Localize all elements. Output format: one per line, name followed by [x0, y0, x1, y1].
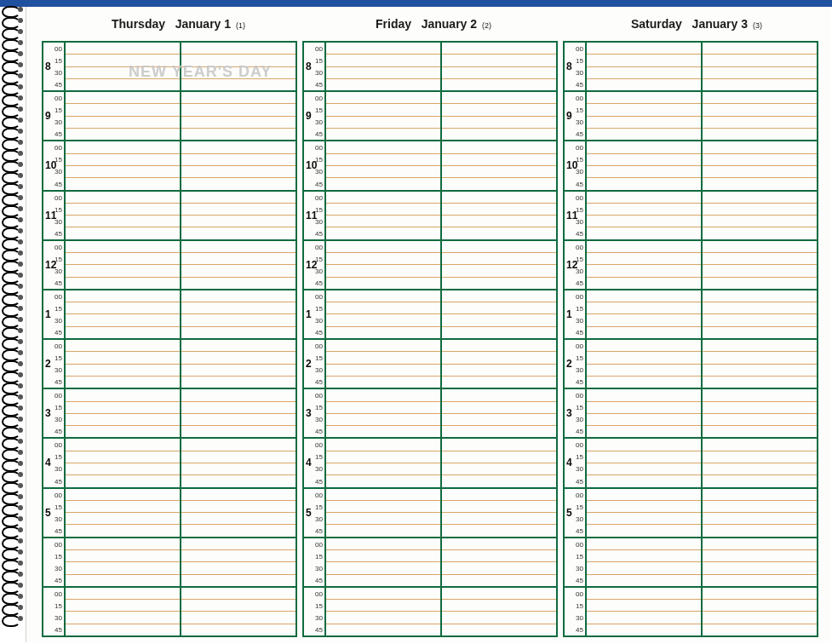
write-subcolumn[interactable]	[587, 389, 703, 437]
write-subcolumn[interactable]	[442, 588, 556, 635]
time-labels: 1100153045	[565, 192, 587, 239]
minute-label: 15	[576, 304, 583, 312]
write-subcolumn[interactable]	[587, 439, 703, 486]
write-subcolumn[interactable]	[442, 43, 556, 90]
write-subcolumn[interactable]	[703, 389, 817, 437]
minute-label: 30	[315, 217, 323, 225]
write-area	[326, 290, 556, 338]
write-subcolumn[interactable]	[703, 141, 817, 189]
write-subcolumn[interactable]	[703, 588, 817, 635]
write-subcolumn[interactable]	[181, 290, 296, 338]
write-subcolumn[interactable]	[66, 43, 181, 90]
write-subcolumn[interactable]	[326, 141, 442, 189]
write-subcolumn[interactable]	[442, 439, 556, 486]
write-subcolumn[interactable]	[326, 489, 442, 537]
minute-label: 30	[576, 69, 583, 77]
write-subcolumn[interactable]	[587, 92, 703, 140]
write-subcolumn[interactable]	[442, 92, 556, 140]
minute-label: 30	[315, 168, 323, 175]
minute-label: 45	[55, 279, 62, 286]
write-subcolumn[interactable]	[66, 588, 181, 635]
write-subcolumn[interactable]	[181, 192, 296, 239]
write-subcolumn[interactable]	[66, 192, 181, 239]
write-subcolumn[interactable]	[703, 92, 817, 140]
minute-label: 15	[315, 205, 323, 213]
write-subcolumn[interactable]	[703, 43, 817, 90]
write-subcolumn[interactable]	[587, 588, 703, 635]
write-subcolumn[interactable]	[181, 141, 296, 189]
write-subcolumn[interactable]	[66, 389, 181, 437]
write-subcolumn[interactable]	[66, 340, 181, 388]
minute-label: 00	[576, 95, 583, 102]
write-subcolumn[interactable]	[326, 538, 442, 586]
minute-label: 15	[576, 255, 583, 262]
write-area	[66, 439, 296, 486]
write-subcolumn[interactable]	[703, 538, 817, 586]
write-subcolumn[interactable]	[66, 241, 181, 289]
minute-label: 15	[315, 552, 323, 560]
write-subcolumn[interactable]	[587, 192, 703, 239]
write-subcolumn[interactable]	[587, 241, 703, 289]
minute-label: 15	[576, 354, 583, 362]
write-subcolumn[interactable]	[326, 588, 442, 635]
write-subcolumn[interactable]	[181, 489, 296, 537]
minute-label: 00	[315, 243, 323, 250]
write-subcolumn[interactable]	[442, 192, 556, 239]
write-subcolumn[interactable]	[326, 290, 442, 338]
write-subcolumn[interactable]	[442, 538, 556, 586]
minute-label: 30	[55, 416, 62, 423]
write-subcolumn[interactable]	[326, 389, 442, 437]
write-subcolumn[interactable]	[181, 340, 296, 388]
write-subcolumn[interactable]	[587, 141, 703, 189]
write-area	[66, 290, 296, 338]
write-subcolumn[interactable]	[587, 489, 703, 537]
write-subcolumn[interactable]	[326, 192, 442, 239]
write-subcolumn[interactable]	[66, 141, 181, 189]
write-subcolumn[interactable]	[66, 92, 181, 140]
write-subcolumn[interactable]	[587, 43, 703, 90]
write-subcolumn[interactable]	[66, 290, 181, 338]
time-labels: 800153045	[304, 43, 326, 90]
write-subcolumn[interactable]	[703, 241, 817, 289]
write-area	[66, 588, 296, 635]
write-subcolumn[interactable]	[181, 241, 296, 289]
minute-label: 45	[55, 130, 62, 138]
write-subcolumn[interactable]	[587, 538, 703, 586]
write-subcolumn[interactable]	[587, 290, 703, 338]
write-subcolumn[interactable]	[181, 389, 296, 437]
time-labels: 300153045	[565, 389, 587, 437]
schedule-grid: 800153045NEW YEAR'S DAY90015304510001530…	[42, 41, 818, 637]
hour-block: 00153045	[304, 588, 556, 635]
write-subcolumn[interactable]	[703, 489, 817, 537]
write-subcolumn[interactable]	[587, 340, 703, 388]
write-subcolumn[interactable]	[326, 43, 442, 90]
minute-label: 15	[55, 503, 62, 510]
write-subcolumn[interactable]	[442, 389, 556, 437]
write-subcolumn[interactable]	[442, 340, 556, 388]
planner-page: Thursday January 1(1)Friday January 2(2)…	[26, 7, 830, 642]
write-subcolumn[interactable]	[181, 588, 296, 635]
write-subcolumn[interactable]	[181, 92, 296, 140]
write-subcolumn[interactable]	[326, 340, 442, 388]
write-subcolumn[interactable]	[181, 43, 296, 90]
write-subcolumn[interactable]	[326, 439, 442, 486]
write-subcolumn[interactable]	[326, 241, 442, 289]
hour-block: 400153045	[565, 439, 817, 488]
write-subcolumn[interactable]	[66, 439, 181, 486]
write-subcolumn[interactable]	[442, 241, 556, 289]
write-subcolumn[interactable]	[703, 439, 817, 486]
write-subcolumn[interactable]	[442, 290, 556, 338]
write-subcolumn[interactable]	[442, 489, 556, 537]
write-subcolumn[interactable]	[181, 538, 296, 586]
minute-label: 15	[55, 255, 62, 262]
write-subcolumn[interactable]	[442, 141, 556, 189]
write-subcolumn[interactable]	[181, 439, 296, 486]
write-subcolumn[interactable]	[703, 340, 817, 388]
write-subcolumn[interactable]	[66, 489, 181, 537]
write-subcolumn[interactable]	[66, 538, 181, 586]
write-subcolumn[interactable]	[703, 290, 817, 338]
write-subcolumn[interactable]	[703, 192, 817, 239]
minute-label: 45	[315, 279, 323, 286]
minute-label: 15	[55, 453, 62, 461]
write-subcolumn[interactable]	[326, 92, 442, 140]
